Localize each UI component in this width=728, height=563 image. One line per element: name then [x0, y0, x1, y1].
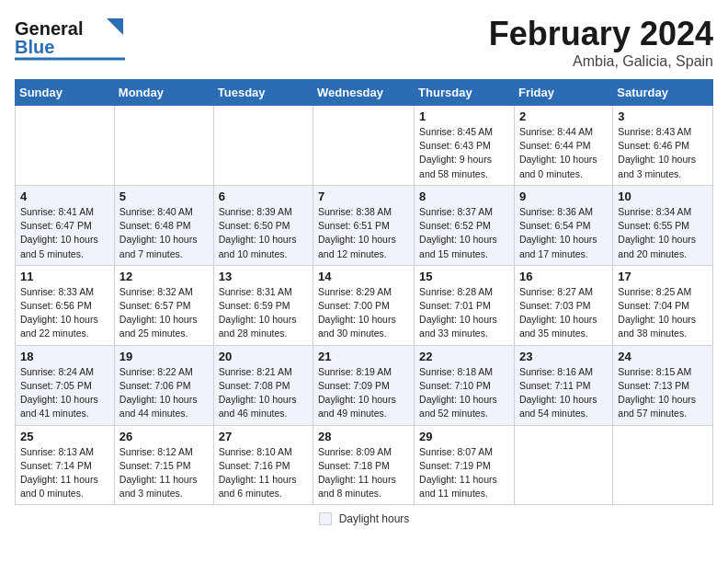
calendar-cell: 21Sunrise: 8:19 AM Sunset: 7:09 PM Dayli… — [313, 345, 415, 425]
day-number: 22 — [419, 350, 509, 363]
calendar-cell: 23Sunrise: 8:16 AM Sunset: 7:11 PM Dayli… — [514, 345, 612, 425]
calendar-cell: 29Sunrise: 8:07 AM Sunset: 7:19 PM Dayli… — [415, 425, 515, 505]
day-info: Sunrise: 8:24 AM Sunset: 7:05 PM Dayligh… — [20, 365, 109, 421]
day-info: Sunrise: 8:07 AM Sunset: 7:19 PM Dayligh… — [419, 445, 509, 501]
week-row-3: 11Sunrise: 8:33 AM Sunset: 6:56 PM Dayli… — [16, 265, 713, 345]
weekday-header-monday: Monday — [114, 80, 213, 106]
day-info: Sunrise: 8:40 AM Sunset: 6:48 PM Dayligh… — [119, 205, 209, 261]
calendar-cell — [16, 106, 115, 186]
calendar-cell: 14Sunrise: 8:29 AM Sunset: 7:00 PM Dayli… — [313, 265, 415, 345]
calendar-cell: 5Sunrise: 8:40 AM Sunset: 6:48 PM Daylig… — [114, 185, 213, 265]
day-info: Sunrise: 8:19 AM Sunset: 7:09 PM Dayligh… — [318, 365, 409, 421]
day-number: 17 — [618, 270, 708, 283]
weekday-header-wednesday: Wednesday — [313, 80, 415, 106]
calendar-cell — [613, 425, 713, 505]
day-info: Sunrise: 8:13 AM Sunset: 7:14 PM Dayligh… — [20, 445, 109, 501]
svg-text:General: General — [15, 18, 83, 39]
day-number: 5 — [119, 190, 209, 203]
day-info: Sunrise: 8:43 AM Sunset: 6:46 PM Dayligh… — [618, 125, 708, 181]
weekday-header-thursday: Thursday — [415, 80, 515, 106]
week-row-5: 25Sunrise: 8:13 AM Sunset: 7:14 PM Dayli… — [16, 425, 713, 505]
calendar-cell: 6Sunrise: 8:39 AM Sunset: 6:50 PM Daylig… — [213, 185, 313, 265]
calendar-cell: 27Sunrise: 8:10 AM Sunset: 7:16 PM Dayli… — [213, 425, 313, 505]
day-number: 14 — [318, 270, 409, 283]
day-info: Sunrise: 8:25 AM Sunset: 7:04 PM Dayligh… — [618, 285, 708, 341]
calendar-cell: 25Sunrise: 8:13 AM Sunset: 7:14 PM Dayli… — [16, 425, 115, 505]
day-number: 25 — [20, 430, 109, 443]
weekday-header-saturday: Saturday — [613, 80, 713, 106]
day-number: 12 — [119, 270, 209, 283]
calendar-cell: 28Sunrise: 8:09 AM Sunset: 7:18 PM Dayli… — [313, 425, 415, 505]
calendar-cell: 17Sunrise: 8:25 AM Sunset: 7:04 PM Dayli… — [613, 265, 713, 345]
calendar-cell: 4Sunrise: 8:41 AM Sunset: 6:47 PM Daylig… — [16, 185, 115, 265]
day-number: 13 — [219, 270, 308, 283]
calendar-cell — [313, 106, 415, 186]
day-number: 18 — [20, 350, 109, 363]
day-info: Sunrise: 8:32 AM Sunset: 6:57 PM Dayligh… — [119, 285, 209, 341]
logo: General Blue — [15, 15, 134, 61]
day-number: 6 — [219, 190, 308, 203]
day-info: Sunrise: 8:27 AM Sunset: 7:03 PM Dayligh… — [519, 285, 608, 341]
weekday-header-row: SundayMondayTuesdayWednesdayThursdayFrid… — [16, 80, 713, 106]
day-number: 16 — [519, 270, 608, 283]
day-info: Sunrise: 8:21 AM Sunset: 7:08 PM Dayligh… — [219, 365, 308, 421]
day-info: Sunrise: 8:18 AM Sunset: 7:10 PM Dayligh… — [419, 365, 509, 421]
day-info: Sunrise: 8:28 AM Sunset: 7:01 PM Dayligh… — [419, 285, 509, 341]
day-info: Sunrise: 8:09 AM Sunset: 7:18 PM Dayligh… — [318, 445, 409, 501]
day-number: 8 — [419, 190, 509, 203]
day-info: Sunrise: 8:34 AM Sunset: 6:55 PM Dayligh… — [618, 205, 708, 261]
calendar-cell — [213, 106, 313, 186]
day-number: 26 — [119, 430, 209, 443]
calendar-cell: 20Sunrise: 8:21 AM Sunset: 7:08 PM Dayli… — [213, 345, 313, 425]
day-number: 7 — [318, 190, 409, 203]
svg-marker-1 — [107, 18, 123, 35]
logo-text-group: General Blue — [15, 15, 134, 61]
day-number: 21 — [318, 350, 409, 363]
calendar-cell: 9Sunrise: 8:36 AM Sunset: 6:54 PM Daylig… — [514, 185, 612, 265]
day-number: 2 — [519, 109, 608, 123]
day-info: Sunrise: 8:41 AM Sunset: 6:47 PM Dayligh… — [20, 205, 109, 261]
title-section: February 2024 Ambia, Galicia, Spain — [489, 15, 713, 70]
calendar-cell: 22Sunrise: 8:18 AM Sunset: 7:10 PM Dayli… — [415, 345, 515, 425]
weekday-header-tuesday: Tuesday — [213, 80, 313, 106]
day-number: 15 — [419, 270, 509, 283]
day-info: Sunrise: 8:39 AM Sunset: 6:50 PM Dayligh… — [219, 205, 308, 261]
svg-text:Blue: Blue — [15, 37, 54, 57]
day-number: 24 — [618, 350, 708, 363]
day-info: Sunrise: 8:45 AM Sunset: 6:43 PM Dayligh… — [419, 125, 509, 181]
calendar-cell: 13Sunrise: 8:31 AM Sunset: 6:59 PM Dayli… — [213, 265, 313, 345]
daylight-box — [319, 512, 332, 525]
day-number: 28 — [318, 430, 409, 443]
calendar-cell: 10Sunrise: 8:34 AM Sunset: 6:55 PM Dayli… — [613, 185, 713, 265]
week-row-2: 4Sunrise: 8:41 AM Sunset: 6:47 PM Daylig… — [16, 185, 713, 265]
week-row-1: 1Sunrise: 8:45 AM Sunset: 6:43 PM Daylig… — [16, 106, 713, 186]
daylight-label: Daylight hours — [339, 512, 410, 525]
location-title: Ambia, Galicia, Spain — [489, 53, 713, 70]
calendar-cell: 16Sunrise: 8:27 AM Sunset: 7:03 PM Dayli… — [514, 265, 612, 345]
day-info: Sunrise: 8:31 AM Sunset: 6:59 PM Dayligh… — [219, 285, 308, 341]
calendar-cell: 18Sunrise: 8:24 AM Sunset: 7:05 PM Dayli… — [16, 345, 115, 425]
day-number: 29 — [419, 430, 509, 443]
calendar-cell: 7Sunrise: 8:38 AM Sunset: 6:51 PM Daylig… — [313, 185, 415, 265]
day-info: Sunrise: 8:22 AM Sunset: 7:06 PM Dayligh… — [119, 365, 209, 421]
day-info: Sunrise: 8:44 AM Sunset: 6:44 PM Dayligh… — [519, 125, 608, 181]
day-number: 11 — [20, 270, 109, 283]
calendar-cell — [514, 425, 612, 505]
day-number: 10 — [618, 190, 708, 203]
day-info: Sunrise: 8:29 AM Sunset: 7:00 PM Dayligh… — [318, 285, 409, 341]
month-title: February 2024 — [489, 15, 713, 53]
day-info: Sunrise: 8:15 AM Sunset: 7:13 PM Dayligh… — [618, 365, 708, 421]
calendar-cell: 19Sunrise: 8:22 AM Sunset: 7:06 PM Dayli… — [114, 345, 213, 425]
calendar-cell: 1Sunrise: 8:45 AM Sunset: 6:43 PM Daylig… — [415, 106, 515, 186]
calendar-cell: 12Sunrise: 8:32 AM Sunset: 6:57 PM Dayli… — [114, 265, 213, 345]
day-number: 23 — [519, 350, 608, 363]
calendar-cell: 11Sunrise: 8:33 AM Sunset: 6:56 PM Dayli… — [16, 265, 115, 345]
calendar-cell: 26Sunrise: 8:12 AM Sunset: 7:15 PM Dayli… — [114, 425, 213, 505]
day-info: Sunrise: 8:10 AM Sunset: 7:16 PM Dayligh… — [219, 445, 308, 501]
day-number: 9 — [519, 190, 608, 203]
day-number: 20 — [219, 350, 308, 363]
logo-svg: General Blue — [15, 15, 134, 61]
day-info: Sunrise: 8:37 AM Sunset: 6:52 PM Dayligh… — [419, 205, 509, 261]
calendar-table: SundayMondayTuesdayWednesdayThursdayFrid… — [15, 79, 713, 505]
weekday-header-friday: Friday — [514, 80, 612, 106]
